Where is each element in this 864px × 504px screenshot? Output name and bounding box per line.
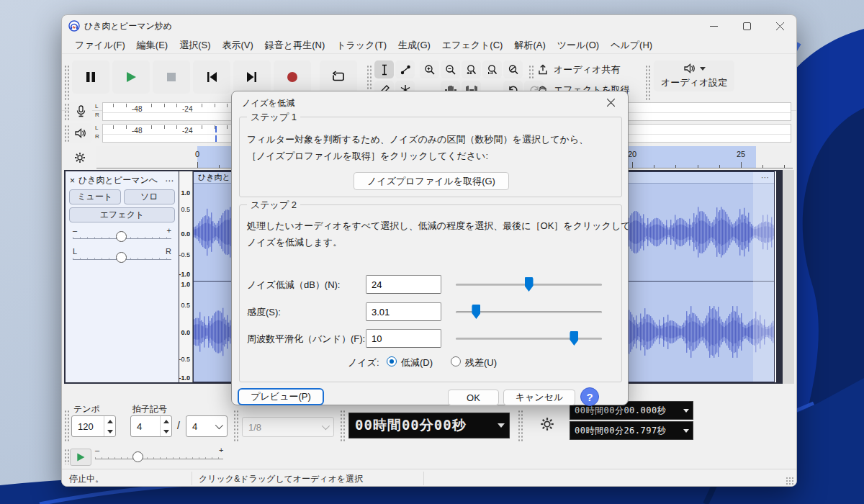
tempo-spinner[interactable]: 120 [71, 415, 116, 437]
sensitivity-label: 感度(S): [247, 306, 281, 319]
menu-edit[interactable]: 編集(E) [131, 37, 174, 54]
share-audio-icon [537, 64, 549, 76]
audio-position-value: 00時間00分00秒 [349, 416, 472, 435]
selection-tool-button[interactable] [374, 60, 394, 78]
tempo-down-button[interactable] [104, 426, 115, 436]
skip-to-start-button[interactable] [193, 60, 230, 94]
menu-tracks[interactable]: トラック(T) [330, 37, 392, 54]
menu-view[interactable]: 表示(V) [217, 37, 259, 54]
share-toolbar-grip[interactable] [528, 65, 534, 79]
menu-select[interactable]: 選択(S) [174, 37, 216, 54]
timeline-options-button[interactable] [66, 146, 94, 168]
radio-residue-label[interactable]: 残差(U) [465, 356, 497, 369]
timesig-upper-spinner[interactable]: 4 [130, 415, 172, 437]
timesig-upper-value[interactable]: 4 [131, 416, 160, 436]
freq-smoothing-slider[interactable] [456, 331, 602, 346]
zoom-toggle-button[interactable] [503, 60, 523, 78]
pan-slider-thumb[interactable] [116, 252, 127, 263]
record-button[interactable] [274, 60, 311, 94]
gain-slider-thumb[interactable] [116, 231, 127, 242]
tempo-value[interactable]: 120 [72, 416, 104, 436]
radio-reduce-label[interactable]: 低減(D) [401, 356, 433, 369]
close-button[interactable] [763, 15, 796, 37]
sensitivity-input[interactable] [366, 302, 441, 321]
title-bar[interactable]: ひき肉とピーマン炒め [62, 15, 796, 37]
snap-dropdown[interactable]: 1/8 [242, 417, 334, 437]
play-meter-button[interactable] [69, 123, 92, 143]
fit-project-button[interactable] [482, 60, 502, 78]
gain-slider[interactable]: – + [73, 226, 171, 245]
selection-end-display[interactable]: 00時間00分26.797秒 [570, 421, 693, 440]
timesig-up-button[interactable] [161, 416, 171, 426]
transport-toolbar-grip[interactable] [64, 65, 69, 101]
speed-minus-label: – [95, 446, 99, 454]
window-resize-grip[interactable] [786, 477, 794, 485]
skip-end-icon [246, 71, 258, 84]
menu-generate[interactable]: 生成(G) [392, 37, 436, 54]
minimize-button[interactable] [697, 15, 730, 37]
selection-range-grip[interactable] [518, 410, 523, 443]
track-close-button[interactable]: × [70, 176, 75, 186]
noise-reduction-input[interactable] [366, 275, 441, 294]
get-noise-profile-button[interactable]: ノイズプロファイルを取得(G) [354, 172, 509, 190]
freq-smoothing-slider-thumb[interactable] [570, 331, 578, 346]
timeline-label-20: 20 [628, 150, 636, 158]
menu-analyze[interactable]: 解析(A) [508, 37, 551, 54]
pause-icon [84, 71, 97, 84]
radio-residue[interactable] [451, 356, 461, 366]
skip-to-end-button[interactable] [233, 60, 271, 94]
play-at-speed-button[interactable] [70, 449, 91, 466]
pan-slider[interactable]: L R [73, 247, 171, 266]
ok-button[interactable]: OK [448, 390, 499, 405]
snap-toolbar-grip[interactable] [233, 410, 238, 443]
menu-help[interactable]: ヘルプ(H) [605, 37, 658, 54]
timesig-lower-dropdown[interactable]: 4 [186, 415, 228, 437]
tempo-up-button[interactable] [104, 416, 115, 426]
radio-reduce[interactable] [387, 356, 397, 366]
noise-reduction-slider[interactable] [456, 277, 602, 292]
vertical-ruler[interactable]: 1.0 0.5 0.0 -0.5 -1.0 1.0 0.5 0.0 -0.5 -… [179, 171, 193, 382]
dialog-close-button[interactable] [602, 94, 619, 110]
freq-smoothing-input[interactable] [366, 329, 441, 348]
cancel-button[interactable]: キャンセル [503, 390, 575, 405]
loop-button[interactable] [320, 60, 357, 94]
menu-effect[interactable]: エフェクト(C) [436, 37, 509, 54]
noise-reduction-slider-thumb[interactable] [525, 277, 534, 292]
selection-toolbar-grip[interactable] [340, 410, 345, 443]
menu-transport[interactable]: 録音と再生(N) [259, 37, 330, 54]
menu-tools[interactable]: ツール(O) [552, 37, 605, 54]
zoom-out-button[interactable] [441, 60, 460, 78]
track-menu-button[interactable]: ⋯ [165, 176, 174, 186]
stop-button[interactable] [153, 60, 190, 94]
sensitivity-slider[interactable] [456, 305, 602, 319]
selection-options-button[interactable] [540, 417, 554, 433]
maximize-button[interactable] [730, 15, 763, 37]
envelope-tool-button[interactable] [395, 60, 415, 78]
play-button[interactable] [112, 60, 150, 94]
audio-position-display[interactable]: 00時間00分00秒 [348, 413, 510, 438]
pause-button[interactable] [72, 60, 109, 94]
zoom-selection-button[interactable] [462, 60, 481, 78]
solo-button[interactable]: ソロ [124, 189, 176, 204]
tempo-label: テンポ [73, 403, 100, 415]
record-meter-button[interactable] [69, 102, 92, 121]
audio-setup-grip[interactable] [645, 65, 650, 101]
track-name[interactable]: ひき肉とピーマンへ [78, 174, 158, 186]
timesig-down-button[interactable] [161, 426, 171, 436]
time-toolbar-grip[interactable] [64, 410, 69, 443]
play-speed-grip[interactable] [64, 449, 69, 464]
zoom-in-button[interactable] [420, 60, 439, 78]
audio-setup-button[interactable]: オーディオ設定 [654, 60, 734, 91]
playback-meter-grip[interactable] [64, 125, 69, 142]
share-audio-button[interactable]: オーディオ共有 [537, 63, 620, 76]
play-speed-thumb[interactable] [132, 451, 143, 462]
play-speed-slider[interactable] [95, 457, 223, 459]
sensitivity-slider-thumb[interactable] [472, 305, 480, 319]
selection-tool-icon [379, 64, 390, 76]
mute-button[interactable]: ミュート [69, 189, 121, 204]
preview-button[interactable]: プレビュー(P) [238, 388, 324, 405]
recording-meter-grip[interactable] [64, 103, 69, 120]
menu-file[interactable]: ファイル(F) [69, 37, 131, 54]
help-button[interactable]: ? [580, 387, 599, 406]
effects-button[interactable]: エフェクト [69, 207, 175, 222]
